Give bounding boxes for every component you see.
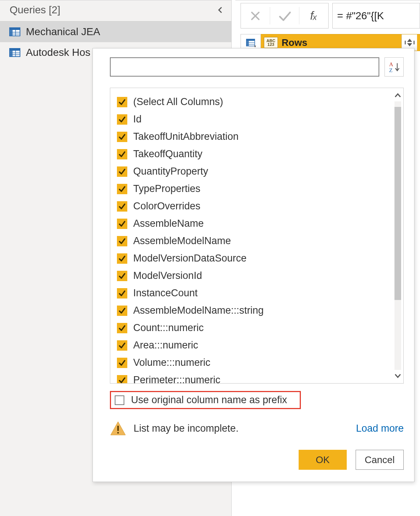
scroll-thumb[interactable] [394,107,401,300]
column-label: TakeoffUnitAbbreviation [133,131,239,142]
scrollbar[interactable] [392,88,403,383]
checkbox-checked-icon[interactable] [117,306,127,316]
query-item-mechanical-jea[interactable]: Mechanical JEA [0,21,231,42]
column-option[interactable]: AssembleModelName [117,232,392,250]
column-label: (Select All Columns) [133,96,223,108]
column-option[interactable]: InstanceCount [117,284,392,302]
checkbox-checked-icon[interactable] [117,288,127,299]
checkbox-checked-icon[interactable] [117,132,127,142]
column-label: Id [133,114,142,125]
formula-input[interactable]: = #"26"{[K [332,3,420,28]
query-label: Autodesk Hos [26,47,90,58]
chevron-up-icon[interactable] [394,92,401,99]
column-option[interactable]: Volume:::numeric [117,354,392,371]
column-label: AssembleName [133,218,204,229]
column-label: Count:::numeric [133,322,204,334]
warning-icon [110,420,126,436]
column-label: TypeProperties [133,183,201,195]
column-label: AssembleModelName [133,235,231,247]
column-option[interactable]: ModelVersionDataSource [117,250,392,267]
column-label: TakeoffQuantity [133,148,202,160]
formula-buttons: fx [241,3,329,28]
sort-az-button[interactable]: A Z [384,57,404,77]
svg-text:Z: Z [389,67,392,73]
scroll-track[interactable] [394,101,401,370]
column-option[interactable]: (Select All Columns) [117,93,392,111]
table-icon [9,26,21,38]
prefix-label: Use original column name as prefix [131,394,287,406]
column-option[interactable]: TakeoffQuantity [117,145,392,163]
column-option[interactable]: AssembleModelName:::string [117,302,392,319]
checkbox-checked-icon[interactable] [117,219,127,229]
table-icon [9,47,21,58]
formula-toolbar: fx = #"26"{[K [235,0,420,31]
expand-columns-dropdown: A Z (Select All Columns)IdTakeoffUnitAbb… [93,48,414,482]
query-label: Mechanical JEA [26,26,100,38]
checkbox-checked-icon[interactable] [117,97,127,107]
column-label: InstanceCount [133,287,198,299]
svg-rect-2 [10,28,13,36]
checkbox-checked-icon[interactable] [117,340,127,351]
columns-list[interactable]: (Select All Columns)IdTakeoffUnitAbbrevi… [110,88,392,383]
datatype-any-icon: ABC 123 [264,37,278,48]
column-option[interactable]: Id [117,111,392,128]
queries-title: Queries [2] [10,4,60,16]
checkbox-checked-icon[interactable] [117,166,127,177]
formula-text: = #"26"{[K [337,10,384,22]
load-more-link[interactable]: Load more [356,423,404,434]
svg-rect-8 [10,48,13,57]
queries-header: Queries [2] [0,0,231,21]
column-label: ColorOverrides [133,200,201,212]
column-option[interactable]: ModelVersionId [117,267,392,284]
fx-button[interactable]: fx [299,3,328,28]
checkbox-checked-icon[interactable] [117,375,127,384]
checkbox-checked-icon[interactable] [117,271,127,281]
column-option[interactable]: ColorOverrides [117,198,392,215]
cancel-formula-button[interactable] [241,3,270,28]
column-option[interactable]: TakeoffUnitAbbreviation [117,128,392,145]
svg-text:A: A [389,61,393,67]
warning-text: List may be incomplete. [134,423,239,434]
checkbox-checked-icon[interactable] [117,323,127,333]
column-name: Rows [282,37,307,48]
column-option[interactable]: QuantityProperty [117,163,392,180]
column-option[interactable]: AssembleName [117,215,392,232]
checkbox-checked-icon[interactable] [117,149,127,159]
svg-rect-19 [117,426,119,431]
column-label: Volume:::numeric [133,357,211,368]
checkbox-checked-icon[interactable] [117,253,127,264]
checkbox-checked-icon[interactable] [117,236,127,246]
checkbox-checked-icon[interactable] [117,114,127,125]
column-label: QuantityProperty [133,166,208,177]
checkbox-icon[interactable] [115,395,124,405]
collapse-icon[interactable] [216,6,225,14]
column-option[interactable]: TypeProperties [117,180,392,198]
chevron-down-icon[interactable] [394,372,401,380]
column-option[interactable]: Count:::numeric [117,319,392,337]
column-label: ModelVersionId [133,270,202,281]
column-search-input[interactable] [110,57,379,77]
svg-rect-20 [117,432,119,434]
use-prefix-option[interactable]: Use original column name as prefix [110,391,301,409]
checkbox-checked-icon[interactable] [117,184,127,194]
column-label: ModelVersionDataSource [133,253,246,264]
ok-button[interactable]: OK [299,450,347,470]
column-option[interactable]: Area:::numeric [117,337,392,354]
column-label: Perimeter:::numeric [133,374,221,383]
column-label: Area:::numeric [133,340,198,351]
columns-box: (Select All Columns)IdTakeoffUnitAbbrevi… [110,88,404,384]
column-option[interactable]: Perimeter:::numeric [117,371,392,383]
column-label: AssembleModelName:::string [133,305,264,316]
checkbox-checked-icon[interactable] [117,358,127,368]
checkbox-checked-icon[interactable] [117,201,127,212]
cancel-button[interactable]: Cancel [356,450,404,470]
commit-formula-button[interactable] [270,3,299,28]
